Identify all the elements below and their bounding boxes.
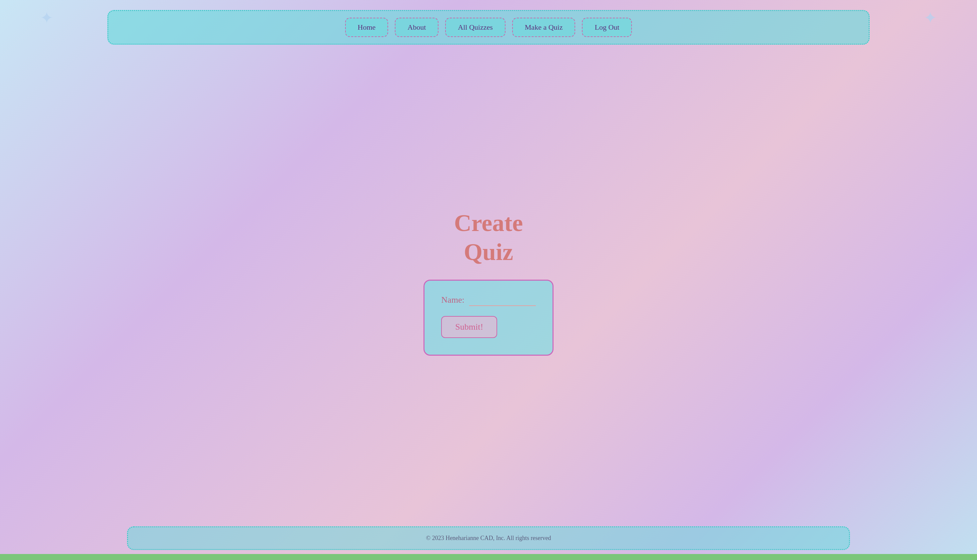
footer-text: © 2023 Heneharianne CAD, Inc. All rights… bbox=[426, 535, 551, 541]
star-left-icon: ✦ bbox=[40, 10, 53, 26]
bottom-bar bbox=[0, 554, 977, 560]
submit-button[interactable]: Submit! bbox=[441, 316, 497, 338]
navbar: Home About All Quizzes Make a Quiz Log O… bbox=[107, 10, 869, 45]
page-title: Create Quiz bbox=[454, 209, 523, 266]
nav-all-quizzes-button[interactable]: All Quizzes bbox=[445, 18, 505, 37]
footer: © 2023 Heneharianne CAD, Inc. All rights… bbox=[127, 526, 850, 550]
nav-about-button[interactable]: About bbox=[395, 18, 438, 37]
name-input[interactable] bbox=[469, 294, 536, 306]
star-right-icon: ✦ bbox=[924, 10, 937, 26]
nav-make-quiz-button[interactable]: Make a Quiz bbox=[512, 18, 575, 37]
nav-home-button[interactable]: Home bbox=[345, 18, 388, 37]
name-field-row: Name: bbox=[441, 294, 535, 306]
nav-logout-button[interactable]: Log Out bbox=[582, 18, 632, 37]
name-label: Name: bbox=[441, 295, 464, 305]
main-content: Create Quiz Name: Submit! bbox=[0, 45, 977, 513]
create-quiz-form-card: Name: Submit! bbox=[423, 280, 553, 356]
